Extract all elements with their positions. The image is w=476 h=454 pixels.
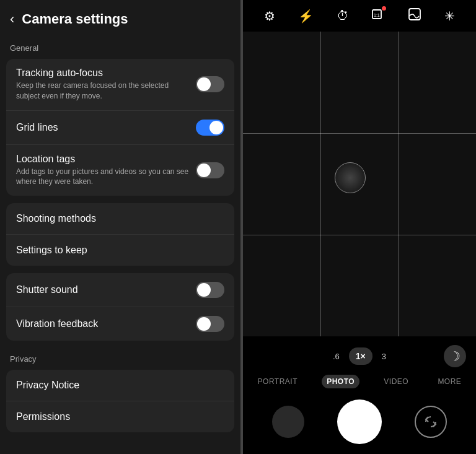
filter-icon[interactable]: [408, 7, 421, 24]
zoom-3x-button[interactable]: 3: [376, 349, 392, 364]
tracking-autofocus-toggle[interactable]: [196, 76, 224, 92]
camera-mode-tabs: PORTRAIT PHOTO VIDEO MORE: [243, 370, 476, 393]
shutter-sound-title: Shutter sound: [16, 284, 190, 295]
tab-photo[interactable]: PHOTO: [322, 375, 359, 388]
permissions-title: Permissions: [16, 411, 224, 422]
grid-line-h2: [243, 235, 476, 235]
camera-viewfinder: [243, 32, 476, 336]
settings-to-keep-title: Settings to keep: [16, 245, 224, 256]
privacy-section-label: Privacy: [0, 346, 240, 367]
camera-panel: ⚙ ⚡ ⏱ 1:1 ✳ .6: [243, 0, 476, 454]
thumbnail-preview[interactable]: [272, 406, 304, 438]
zoom-1x-button[interactable]: 1×: [349, 347, 372, 365]
location-tags-desc: Add tags to your pictures and videos so …: [16, 167, 190, 188]
shutter-row: [243, 393, 476, 454]
tracking-autofocus-item: Tracking auto-focus Keep the rear camera…: [6, 59, 234, 111]
flash-icon[interactable]: ⚡: [298, 9, 314, 24]
timer-icon[interactable]: ⏱: [337, 9, 349, 23]
grid-lines-item: Grid lines: [6, 111, 234, 145]
settings-to-keep-item[interactable]: Settings to keep: [6, 235, 234, 266]
camera-bottom-controls: .6 1× 3 ☽ PORTRAIT PHOTO VIDEO MORE: [243, 336, 476, 454]
vibration-feedback-toggle[interactable]: [196, 316, 224, 332]
privacy-notice-item[interactable]: Privacy Notice: [6, 370, 234, 401]
permissions-item[interactable]: Permissions: [6, 401, 234, 432]
svg-text:1:1: 1:1: [374, 13, 380, 17]
grid-line-v2: [398, 32, 399, 336]
shutter-sound-item: Shutter sound: [6, 273, 234, 307]
page-title: Camera settings: [22, 11, 128, 27]
sound-settings-group: Shutter sound Vibration feedback: [6, 273, 234, 341]
tracking-autofocus-desc: Keep the rear camera focused on the sele…: [16, 81, 190, 102]
focus-circle: [335, 162, 366, 193]
shooting-methods-item[interactable]: Shooting methods: [6, 203, 234, 235]
vibration-feedback-title: Vibration feedback: [16, 318, 190, 330]
nav-settings-group: Shooting methods Settings to keep: [6, 203, 234, 266]
flip-camera-button[interactable]: [415, 406, 447, 438]
shutter-button[interactable]: [337, 399, 382, 444]
camera-top-icons: ⚙ ⚡ ⏱ 1:1 ✳: [243, 0, 476, 32]
night-mode-button[interactable]: ☽: [444, 345, 466, 367]
shooting-methods-title: Shooting methods: [16, 213, 224, 224]
sparkle-icon[interactable]: ✳: [444, 9, 455, 24]
tab-portrait[interactable]: PORTRAIT: [253, 375, 302, 388]
privacy-settings-group: Privacy Notice Permissions: [6, 370, 234, 432]
shutter-sound-toggle[interactable]: [196, 282, 224, 298]
grid-lines-title: Grid lines: [16, 122, 58, 133]
settings-header: ‹ Camera settings: [0, 0, 240, 35]
vibration-feedback-item: Vibration feedback: [6, 307, 234, 341]
grid-line-h1: [243, 133, 476, 134]
general-settings-group: Tracking auto-focus Keep the rear camera…: [6, 59, 234, 196]
location-tags-toggle[interactable]: [196, 162, 224, 178]
zoom-point6-button[interactable]: .6: [327, 349, 345, 364]
privacy-notice-title: Privacy Notice: [16, 380, 224, 391]
grid-line-v1: [320, 32, 321, 336]
tab-video[interactable]: VIDEO: [379, 375, 413, 388]
tracking-autofocus-title: Tracking auto-focus: [16, 68, 190, 79]
settings-panel: ‹ Camera settings General Tracking auto-…: [0, 0, 240, 454]
location-tags-item: Location tags Add tags to your pictures …: [6, 145, 234, 196]
location-tags-title: Location tags: [16, 154, 190, 165]
grid-lines-toggle[interactable]: [196, 120, 224, 136]
zoom-controls: .6 1× 3 ☽: [243, 343, 476, 370]
ratio-icon[interactable]: 1:1: [371, 7, 385, 24]
settings-icon[interactable]: ⚙: [264, 9, 275, 24]
tab-more[interactable]: MORE: [433, 375, 466, 388]
back-button[interactable]: ‹: [10, 11, 14, 27]
general-section-label: General: [0, 35, 240, 56]
